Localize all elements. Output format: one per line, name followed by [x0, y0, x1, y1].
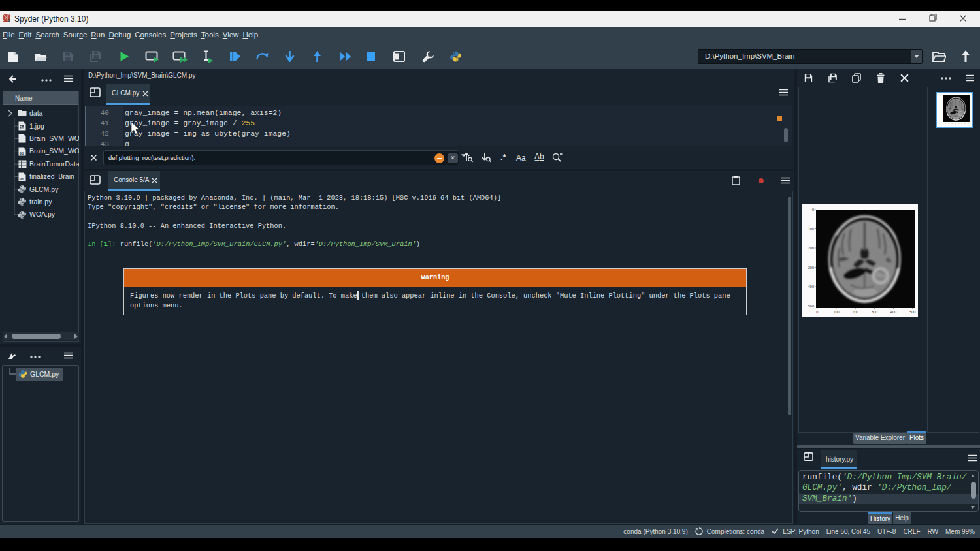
svg-text:0: 0	[812, 208, 814, 212]
svg-text:500: 500	[909, 310, 915, 314]
svg-text:400: 400	[808, 285, 814, 289]
svg-text:400: 400	[890, 310, 896, 314]
svg-text:300: 300	[872, 310, 877, 314]
svg-text:500: 500	[808, 304, 814, 308]
svg-text:0: 0	[816, 310, 818, 314]
svg-text:300: 300	[808, 266, 814, 270]
svg-text:200: 200	[853, 310, 858, 314]
svg-text:200: 200	[808, 246, 814, 250]
svg-text:s: s	[7, 17, 10, 22]
svg-text:100: 100	[833, 310, 839, 314]
svg-text:100: 100	[808, 227, 814, 231]
